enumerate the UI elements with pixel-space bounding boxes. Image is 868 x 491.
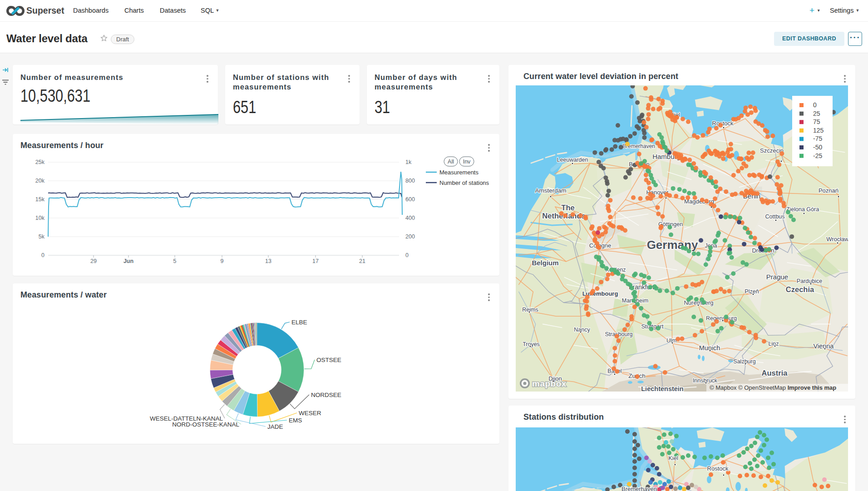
svg-text:0: 0 xyxy=(813,101,817,109)
svg-text:Czechia: Czechia xyxy=(786,285,814,293)
svg-text:Jun: Jun xyxy=(123,258,133,264)
svg-text:29: 29 xyxy=(90,258,97,264)
svg-text:Wrocław: Wrocław xyxy=(826,236,848,243)
svg-text:21: 21 xyxy=(359,258,365,264)
svg-text:Rostock: Rostock xyxy=(712,120,734,127)
svg-text:Zielona Góra: Zielona Góra xyxy=(786,206,819,213)
svg-text:Kiel: Kiel xyxy=(668,455,678,461)
svg-text:EMS: EMS xyxy=(289,417,302,424)
svg-text:Belgium: Belgium xyxy=(532,259,558,267)
svg-text:Measurements: Measurements xyxy=(439,169,478,176)
svg-text:0: 0 xyxy=(41,252,44,258)
svg-text:1k: 1k xyxy=(405,159,412,165)
svg-text:All: All xyxy=(448,159,454,165)
svg-text:-50: -50 xyxy=(813,144,822,151)
svg-text:Poznań: Poznań xyxy=(819,187,838,194)
svg-text:13: 13 xyxy=(265,258,271,264)
svg-text:ELBE: ELBE xyxy=(291,319,307,326)
svg-text:Nancy: Nancy xyxy=(574,327,590,333)
svg-text:WESEL-DATTELN-KANAL: WESEL-DATTELN-KANAL xyxy=(150,415,223,422)
svg-text:75: 75 xyxy=(813,118,820,125)
svg-text:200: 200 xyxy=(405,233,415,240)
svg-text:NORDSEE: NORDSEE xyxy=(311,392,341,398)
svg-text:400: 400 xyxy=(405,215,415,221)
svg-text:Plzeň: Plzeň xyxy=(745,288,759,295)
svg-text:Amsterdam: Amsterdam xyxy=(535,187,566,194)
svg-text:-25: -25 xyxy=(813,152,822,159)
svg-text:25: 25 xyxy=(813,110,820,117)
svg-text:800: 800 xyxy=(405,178,415,184)
svg-text:mapbox: mapbox xyxy=(532,379,567,388)
svg-text:Number of stations: Number of stations xyxy=(439,179,489,186)
svg-text:17: 17 xyxy=(312,258,319,264)
svg-text:Liechtenstein: Liechtenstein xyxy=(641,385,683,392)
svg-text:125: 125 xyxy=(813,127,824,134)
svg-text:0: 0 xyxy=(405,252,409,258)
svg-text:25k: 25k xyxy=(35,159,45,165)
svg-text:Austria: Austria xyxy=(762,369,788,377)
svg-text:Leeuwarden: Leeuwarden xyxy=(557,157,588,163)
svg-text:Cottbus: Cottbus xyxy=(765,213,784,220)
svg-text:15k: 15k xyxy=(35,196,45,203)
svg-text:Rostock: Rostock xyxy=(707,465,729,472)
svg-text:10k: 10k xyxy=(35,215,45,221)
svg-text:JADE: JADE xyxy=(267,423,283,430)
svg-text:20k: 20k xyxy=(35,178,45,184)
svg-text:-75: -75 xyxy=(813,135,822,142)
svg-text:OSTSEE: OSTSEE xyxy=(316,357,341,363)
svg-text:9: 9 xyxy=(221,258,224,264)
svg-text:The: The xyxy=(561,203,574,212)
svg-text:Linz: Linz xyxy=(769,341,779,347)
svg-text:© Mapbox © OpenStreetMap Impro: © Mapbox © OpenStreetMap Improve this ma… xyxy=(710,384,836,391)
svg-text:WESER: WESER xyxy=(299,410,321,417)
svg-text:5: 5 xyxy=(173,258,177,264)
svg-text:600: 600 xyxy=(405,196,415,203)
svg-text:NORD-OSTSEE-KANAL: NORD-OSTSEE-KANAL xyxy=(172,421,239,428)
svg-text:5k: 5k xyxy=(39,233,45,240)
svg-text:Bremerhaven: Bremerhaven xyxy=(621,486,657,491)
svg-text:Pardubice: Pardubice xyxy=(797,278,822,284)
svg-text:Inv: Inv xyxy=(463,159,471,165)
